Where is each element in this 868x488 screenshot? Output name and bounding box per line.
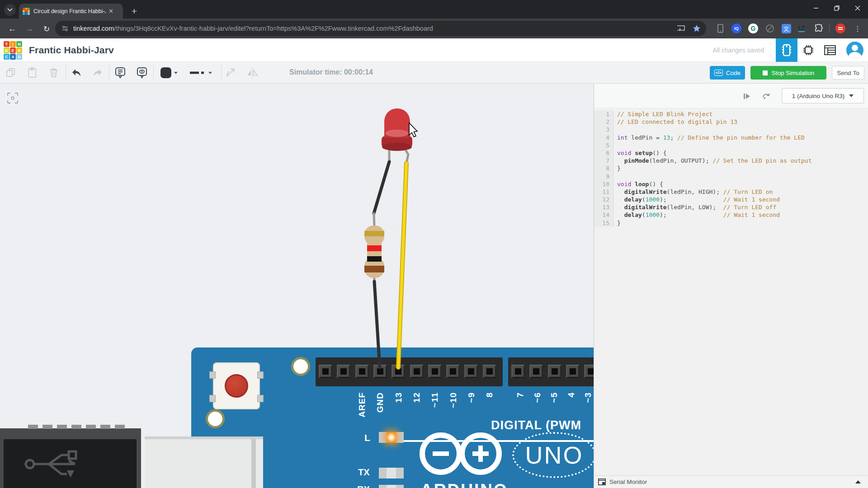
resistor-band-red — [367, 245, 382, 251]
code-line-1[interactable]: 1// Simple LED Blink Project — [594, 110, 868, 118]
stop-icon — [763, 70, 768, 75]
delete-button[interactable] — [48, 67, 60, 79]
code-line-4[interactable]: 4int ledPin = 13; // Define the pin numb… — [594, 134, 868, 141]
serial-monitor-label: Serial Monitor — [609, 479, 647, 485]
serial-monitor-icon — [598, 479, 606, 485]
code-line-15[interactable]: 15} — [594, 219, 868, 227]
profile-avatar[interactable] — [846, 42, 863, 59]
toolbar-separator — [153, 65, 154, 81]
yellow-wire[interactable] — [398, 149, 408, 367]
save-status: All changes saved — [712, 47, 764, 54]
mirror-button[interactable] — [246, 67, 258, 79]
send-to-button[interactable]: Send To — [832, 66, 864, 80]
code-editor[interactable]: 1// Simple LED Blink Project2// LED conn… — [594, 108, 868, 475]
browser-menu-icon[interactable]: ⋮ — [852, 23, 863, 34]
wire-style-dropdown[interactable] — [188, 67, 213, 79]
color-picker-dropdown[interactable] — [159, 67, 179, 79]
red-extension-icon[interactable] — [835, 23, 846, 34]
rotate-button[interactable] — [225, 67, 236, 79]
editor-toolbar: Simulator time: 00:00:14 </> Code Stop S… — [0, 62, 868, 84]
tab-search-button[interactable] — [4, 4, 16, 16]
component-view-icon — [782, 44, 792, 56]
toolbar-separator — [109, 65, 109, 81]
code-line-14[interactable]: 14 delay(1000); // Wait 1 second — [594, 211, 868, 219]
resistor-band-black — [367, 256, 382, 262]
simulator-time: Simulator time: 00:00:14 — [289, 68, 373, 76]
phone-extension-icon[interactable] — [714, 23, 726, 34]
code-panel: 1 (Arduino Uno R3) 1// Simple LED Blink … — [594, 84, 868, 488]
annotation-visibility-button[interactable] — [136, 67, 148, 79]
resistor-band-brown — [364, 266, 384, 272]
undo-button[interactable] — [71, 67, 82, 79]
toolbar-separator — [221, 65, 222, 81]
serial-monitor-bar[interactable]: Serial Monitor — [594, 475, 868, 488]
url-text[interactable]: tinkercad.com/things/3Hq8ccKEvXv-frantic… — [73, 25, 676, 32]
restart-simulation-button[interactable] — [761, 91, 772, 102]
code-line-6[interactable]: 6void setup() { — [594, 149, 868, 157]
code-line-5[interactable]: 5 — [594, 141, 868, 149]
design-title[interactable]: Frantic Habbi-Jarv — [29, 45, 114, 56]
code-line-10[interactable]: 10void loop() { — [594, 180, 868, 188]
copy-button[interactable] — [5, 67, 17, 79]
bookmark-star-icon[interactable] — [693, 24, 701, 33]
paste-button[interactable] — [26, 67, 38, 79]
toolbar-separator — [829, 24, 830, 33]
code-line-12[interactable]: 12 delay(1000); // Wait 1 second — [594, 196, 868, 203]
stop-simulation-button[interactable]: Stop Simulation — [750, 66, 826, 80]
circuit-canvas[interactable]: AREFGND1312~11~10~987~6~54~3 DIGITAL (PW… — [0, 84, 594, 488]
grammarly-extension-icon[interactable]: G — [747, 23, 759, 34]
resistor-band-gold — [364, 231, 384, 236]
code-line-3[interactable]: 3 — [594, 126, 868, 133]
expand-serial-icon[interactable] — [855, 480, 861, 483]
table-view-icon — [824, 45, 836, 55]
board-select-dropdown[interactable]: 1 (Arduino Uno R3) — [782, 88, 864, 103]
tinkercad-logo[interactable]: TINKERCAD — [4, 41, 22, 60]
code-line-9[interactable]: 9 — [594, 173, 868, 180]
view-components-button[interactable] — [776, 38, 797, 62]
notes-button[interactable] — [114, 67, 126, 79]
translate-extension-icon[interactable]: 文 — [780, 23, 792, 34]
code-panel-header: 1 (Arduino Uno R3) — [594, 84, 868, 108]
close-button[interactable] — [847, 0, 868, 16]
minimize-button[interactable] — [806, 0, 826, 16]
redo-button[interactable] — [92, 67, 104, 79]
code-line-8[interactable]: 8} — [594, 164, 868, 172]
code-line-2[interactable]: 2// LED connected to digital pin 13 — [594, 118, 868, 126]
site-info-icon[interactable] — [61, 25, 69, 32]
tab-title: Circuit design Frantic Habbi-Jar — [33, 8, 106, 14]
url-bar[interactable]: tinkercad.com/things/3Hq8ccKEvXv-frantic… — [55, 21, 706, 36]
code-icon: </> — [714, 70, 723, 76]
arduino-infinity-logo — [422, 435, 499, 472]
code-button[interactable]: </> Code — [710, 66, 745, 80]
browser-tab-bar: Circuit design Frantic Habbi-Jar ✕ + — [0, 0, 868, 19]
iq-extension-icon[interactable]: IQ — [731, 23, 742, 34]
extensions-puzzle-icon[interactable] — [813, 23, 825, 34]
view-list-button[interactable] — [819, 38, 841, 62]
toolbar-separator — [66, 65, 66, 81]
disabled-extension-icon[interactable] — [764, 23, 776, 34]
tab-close-icon[interactable]: ✕ — [108, 8, 113, 14]
browser-tab[interactable]: Circuit design Frantic Habbi-Jar ✕ — [19, 4, 123, 19]
forward-button[interactable]: → — [23, 22, 36, 36]
restore-button[interactable] — [826, 0, 847, 16]
component-overlay — [0, 84, 594, 488]
chevron-down-icon — [7, 8, 13, 12]
send-to-device-icon[interactable] — [676, 24, 685, 33]
view-schematic-button[interactable] — [797, 38, 819, 62]
back-button[interactable]: ← — [5, 22, 19, 36]
languagetool-extension-icon[interactable]: LT — [796, 23, 807, 34]
red-led[interactable] — [382, 108, 412, 151]
mouse-cursor — [409, 123, 417, 137]
code-line-11[interactable]: 11 digitalWrite(ledPin, HIGH); // Turn L… — [594, 188, 868, 196]
resistor[interactable] — [364, 225, 384, 278]
browser-window: Circuit design Frantic Habbi-Jar ✕ + ← →… — [0, 0, 868, 488]
chevron-down-icon — [849, 94, 854, 97]
window-controls — [806, 0, 868, 16]
reload-button[interactable]: ↻ — [40, 22, 53, 36]
code-line-7[interactable]: 7 pinMode(ledPin, OUTPUT); // Set the LE… — [594, 157, 868, 164]
new-tab-button[interactable]: + — [127, 4, 141, 19]
browser-toolbar: ← → ↻ tinkercad.com/things/3Hq8ccKEvXv-f… — [0, 19, 868, 38]
step-button[interactable] — [741, 91, 752, 102]
ic-chip-icon — [802, 44, 814, 56]
code-line-13[interactable]: 13 digitalWrite(ledPin, LOW); // Turn LE… — [594, 203, 868, 211]
